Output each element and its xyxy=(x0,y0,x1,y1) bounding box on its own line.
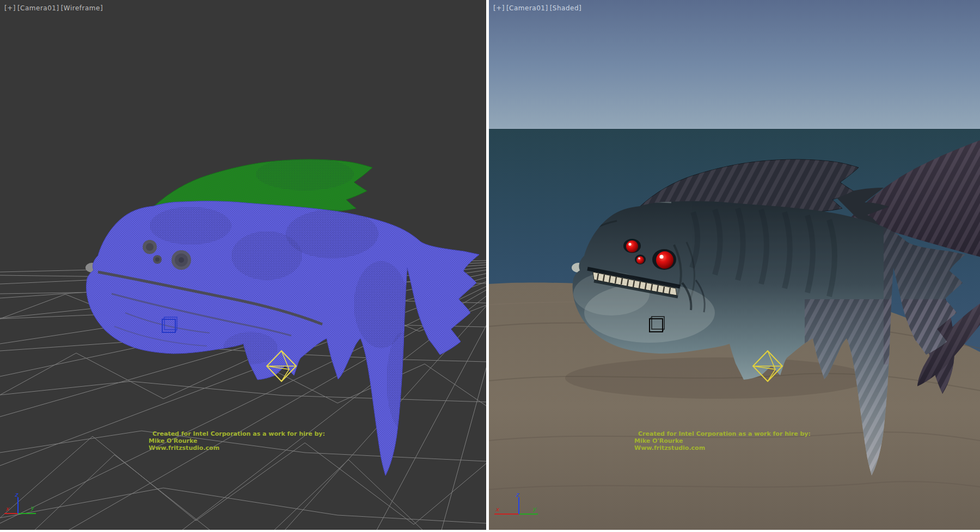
viewport-general-menu[interactable]: [+] xyxy=(4,4,16,12)
watermark-line: Mike O'Rourke xyxy=(634,437,811,444)
svg-text:y: y xyxy=(532,505,537,512)
watermark-line: Www.fritzstudio.com xyxy=(634,444,811,451)
viewport-wireframe[interactable]: [+][Camera01][Wireframe] Created for Int… xyxy=(0,0,486,530)
watermark-line: Created for Intel Corporation as a work … xyxy=(149,430,325,437)
viewport-pov-menu[interactable]: [Camera01] xyxy=(17,4,59,12)
svg-text:x: x xyxy=(495,506,500,513)
svg-text:x: x xyxy=(5,505,10,512)
viewport-label: [+][Camera01][Wireframe] xyxy=(4,4,105,12)
sky xyxy=(489,0,980,129)
scene-watermark: Created for Intel Corporation as a work … xyxy=(634,430,811,451)
watermark-line: Created for Intel Corporation as a work … xyxy=(634,430,811,437)
svg-text:y: y xyxy=(30,504,35,511)
viewport-shading-menu[interactable]: [Wireframe] xyxy=(61,4,103,12)
viewport-shaded[interactable]: [+][Camera01][Shaded] Created for Intel … xyxy=(489,0,980,530)
application-window: [+][Camera01][Wireframe] Created for Int… xyxy=(0,0,980,532)
watermark-line: Www.fritzstudio.com xyxy=(149,444,325,451)
axis-tripod-icon: x y z xyxy=(0,491,50,530)
viewport-shading-menu[interactable]: [Shaded] xyxy=(550,4,582,12)
watermark-line: Mike O'Rourke xyxy=(149,437,325,444)
axis-tripod-icon: x y z xyxy=(489,491,543,530)
viewport-pov-menu[interactable]: [Camera01] xyxy=(506,4,548,12)
viewport-general-menu[interactable]: [+] xyxy=(493,4,505,12)
scene-watermark: Created for Intel Corporation as a work … xyxy=(149,430,325,451)
viewport-label: [+][Camera01][Shaded] xyxy=(493,4,583,12)
